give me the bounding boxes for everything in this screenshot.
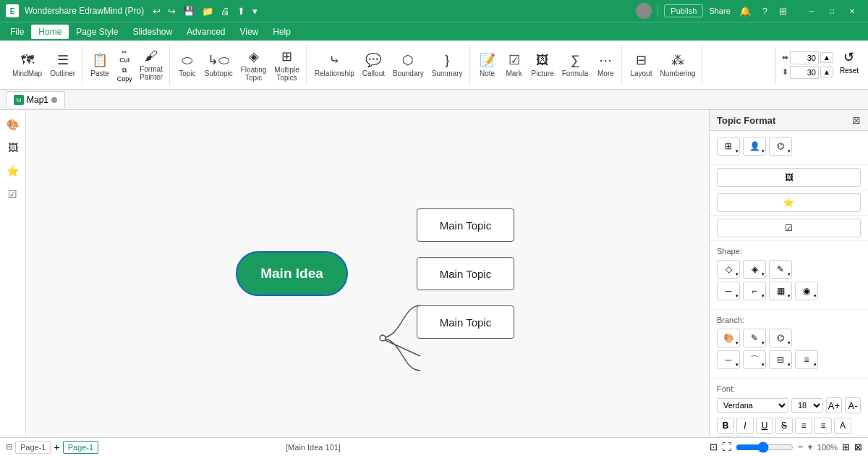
fit-page-button[interactable]: ⊡ bbox=[710, 442, 718, 452]
sidebar-check-icon[interactable]: ☑ bbox=[3, 184, 23, 204]
bell-icon[interactable]: 🔔 bbox=[736, 4, 754, 18]
shape-shadow-btn[interactable]: ◉▾ bbox=[795, 282, 818, 300]
branch-style-btn[interactable]: ⌬▾ bbox=[769, 329, 792, 347]
menu-home[interactable]: Home bbox=[31, 25, 69, 39]
sidebar-format-icon[interactable]: 🎨 bbox=[3, 114, 23, 135]
undo-button[interactable]: ↩ bbox=[150, 4, 163, 18]
strikethrough-button[interactable]: S bbox=[775, 418, 793, 434]
zoom-out-button[interactable]: − bbox=[798, 442, 804, 452]
align-center-button[interactable]: ≡ bbox=[814, 418, 832, 434]
branch-type-btn[interactable]: ⊟▾ bbox=[769, 350, 792, 369]
style-btn-3[interactable]: ⌬▾ bbox=[769, 137, 792, 156]
shape-stroke-btn[interactable]: ◈▾ bbox=[743, 260, 766, 279]
check-btn[interactable]: ☑ bbox=[717, 219, 861, 237]
font-more-btn[interactable]: ⊟ bbox=[736, 436, 754, 437]
menu-help[interactable]: Help bbox=[265, 25, 298, 39]
font-name-select[interactable]: Verdana bbox=[717, 398, 788, 413]
panel-toggle-button[interactable]: ⊠ bbox=[854, 442, 862, 452]
redo-button[interactable]: ↪ bbox=[165, 4, 179, 18]
picture-button[interactable]: 🖼 Picture bbox=[528, 47, 558, 83]
font-increase-button[interactable]: A+ bbox=[826, 397, 842, 413]
font-size-select[interactable]: 18 bbox=[791, 398, 823, 413]
save-button[interactable]: 💾 bbox=[180, 4, 197, 18]
sticker-btn[interactable]: ⭐ bbox=[717, 193, 861, 212]
mark-button[interactable]: ☑ Mark bbox=[501, 47, 527, 83]
user-avatar[interactable] bbox=[636, 3, 652, 19]
canvas[interactable]: Main Idea Main Topic Main Topic Main Top… bbox=[26, 110, 709, 437]
shape-style-btn[interactable]: ✎▾ bbox=[769, 260, 792, 279]
style-btn-2[interactable]: 👤▾ bbox=[743, 137, 766, 156]
reset-button[interactable]: ↺ Reset bbox=[836, 47, 862, 83]
panel-close-button[interactable]: ⊠ bbox=[852, 114, 861, 126]
add-page-button[interactable]: + bbox=[54, 442, 59, 453]
paste-button[interactable]: 📋 Paste bbox=[87, 47, 113, 83]
mindmap-button[interactable]: 🗺 MindMap bbox=[9, 47, 46, 83]
relationship-button[interactable]: ⤷ Relationship bbox=[311, 47, 358, 83]
height-input[interactable] bbox=[790, 66, 819, 79]
topic-node-bottom[interactable]: Main Topic bbox=[417, 305, 514, 339]
menu-slideshow[interactable]: Slideshow bbox=[125, 25, 179, 39]
highlight-btn[interactable]: A▾ bbox=[717, 436, 734, 437]
shape-border-btn[interactable]: ▦▾ bbox=[769, 282, 792, 300]
floating-topic-button[interactable]: ◈ Floating Topic bbox=[237, 47, 271, 83]
style-btn-1[interactable]: ⊞▾ bbox=[717, 137, 740, 156]
width-up[interactable]: ▲ bbox=[820, 52, 833, 63]
export-button[interactable]: ⬆ bbox=[234, 4, 248, 18]
maximize-button[interactable]: □ bbox=[822, 4, 842, 18]
zoom-fit-button[interactable]: ⊞ bbox=[842, 442, 850, 452]
boundary-button[interactable]: ⬡ Boundary bbox=[389, 47, 427, 83]
publish-button[interactable]: Publish bbox=[664, 4, 703, 17]
branch-end-btn[interactable]: ≡▾ bbox=[795, 350, 818, 369]
tab-map1[interactable]: M Map1 bbox=[6, 91, 65, 108]
numbering-button[interactable]: ⁂ Numbering bbox=[656, 47, 699, 83]
outliner-button[interactable]: ☰ Outliner bbox=[46, 47, 79, 83]
more-title-button[interactable]: ▾ bbox=[250, 4, 260, 18]
branch-edit-btn[interactable]: ✎▾ bbox=[743, 329, 766, 347]
zoom-slider[interactable] bbox=[736, 442, 793, 453]
minimize-button[interactable]: ─ bbox=[801, 4, 822, 18]
fullscreen-button[interactable]: ⛶ bbox=[722, 442, 731, 452]
underline-button[interactable]: U bbox=[756, 418, 773, 434]
copy-button[interactable]: ⧉ Copy bbox=[114, 65, 135, 83]
folder-button[interactable]: 📁 bbox=[199, 4, 216, 18]
cut-button[interactable]: ✂ Cut bbox=[114, 47, 135, 64]
note-button[interactable]: 📝 Note bbox=[475, 47, 501, 83]
summary-button[interactable]: } Summary bbox=[428, 47, 467, 83]
branch-line-btn[interactable]: ─▾ bbox=[717, 350, 740, 369]
shape-line-btn[interactable]: ─▾ bbox=[717, 282, 740, 300]
align-left-button[interactable]: ≡ bbox=[795, 418, 812, 434]
layout-button[interactable]: ⊟ Layout bbox=[626, 47, 655, 83]
apps-icon[interactable]: ⊞ bbox=[776, 4, 790, 18]
height-up[interactable]: ▲ bbox=[820, 67, 833, 77]
shape-corner-btn[interactable]: ⌐▾ bbox=[743, 282, 766, 300]
menu-page-style[interactable]: Page Style bbox=[69, 25, 125, 39]
format-painter-button[interactable]: 🖌 Format Painter bbox=[136, 47, 166, 83]
zoom-in-button[interactable]: + bbox=[807, 442, 813, 452]
topic-button[interactable]: ⬭ Topic bbox=[174, 47, 200, 83]
sidebar-image-icon[interactable]: 🖼 bbox=[3, 138, 23, 158]
width-input[interactable] bbox=[790, 51, 819, 64]
main-idea-node[interactable]: Main Idea bbox=[236, 251, 348, 296]
subtopic-button[interactable]: ↳⬭ Subtopic bbox=[201, 47, 237, 83]
status-page-1[interactable]: Page-1 bbox=[15, 441, 51, 454]
branch-color-btn[interactable]: 🎨▾ bbox=[717, 329, 740, 347]
sidebar-star-icon[interactable]: ⭐ bbox=[3, 161, 23, 181]
close-button[interactable]: ✕ bbox=[842, 4, 862, 18]
bold-button[interactable]: B bbox=[717, 418, 734, 434]
formula-button[interactable]: ∑ Formula bbox=[558, 47, 592, 83]
topic-node-top[interactable]: Main Topic bbox=[417, 208, 514, 242]
print-button[interactable]: 🖨 bbox=[218, 4, 233, 18]
branch-curve-btn[interactable]: ⌒▾ bbox=[743, 350, 766, 369]
multiple-topics-button[interactable]: ⊞ Multiple Topics bbox=[271, 47, 302, 83]
topic-node-middle[interactable]: Main Topic bbox=[417, 257, 514, 290]
font-color-btn[interactable]: A bbox=[834, 418, 851, 434]
help-icon[interactable]: ? bbox=[760, 4, 770, 18]
menu-view[interactable]: View bbox=[232, 25, 265, 39]
status-active-page[interactable]: Page-1 bbox=[63, 441, 98, 454]
callout-button[interactable]: 💬 Callout bbox=[359, 47, 388, 83]
font-decrease-button[interactable]: A- bbox=[845, 397, 861, 413]
menu-file[interactable]: File bbox=[3, 25, 31, 39]
menu-advanced[interactable]: Advanced bbox=[179, 25, 232, 39]
image-btn[interactable]: 🖼 bbox=[717, 168, 861, 187]
share-button[interactable]: Share bbox=[709, 7, 730, 15]
